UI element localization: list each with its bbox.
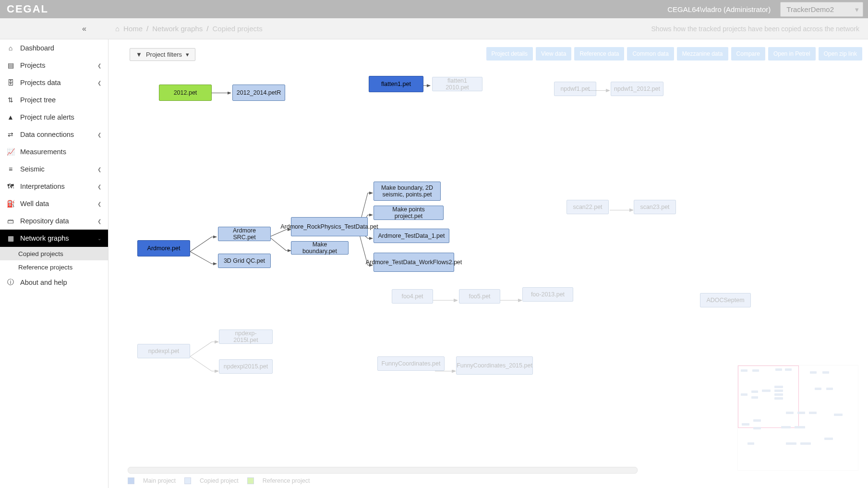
sidebar-item-label: Project tree <box>20 96 56 104</box>
sidebar-item-label: Measurements <box>20 148 66 156</box>
sidebar-item-label: Projects <box>20 61 45 69</box>
mezzanine-data-button[interactable]: Mezzanine data <box>677 47 728 61</box>
breadcrumb-row: « ⌂ Home / Network graphs / Copied proje… <box>0 18 868 39</box>
sidebar-item-projects[interactable]: ▤Projects❮ <box>0 57 108 74</box>
sidebar-item-interpretations[interactable]: 🗺Interpretations❮ <box>0 178 108 195</box>
graph-node[interactable]: Ardmore.pet <box>137 240 190 256</box>
graph-node[interactable]: 3D Grid QC.pet <box>218 254 271 268</box>
sidebar-item-project-tree[interactable]: ⇅Project tree <box>0 91 108 109</box>
chevron-icon: ❮ <box>97 132 101 137</box>
graph-node[interactable]: Make boundary.pet <box>291 241 349 255</box>
minimap-viewport[interactable] <box>738 366 799 428</box>
chevron-icon: ❮ <box>97 219 101 224</box>
sidebar-item-about[interactable]: ⓘAbout and help <box>0 274 108 291</box>
sidebar-item-label: Project rule alerts <box>20 113 74 121</box>
chevron-icon: ❮ <box>97 63 101 68</box>
legend-swatch-ref <box>247 477 254 484</box>
chevron-down-icon: ⌄ <box>97 236 101 241</box>
graph-node[interactable]: foo4.pet <box>392 289 433 304</box>
map-icon: 🗺 <box>7 183 14 190</box>
projects-icon: ▤ <box>7 61 14 69</box>
breadcrumb: ⌂ Home / Network graphs / Copied project… <box>115 24 263 33</box>
open-zip-button[interactable]: Open zip link <box>819 47 862 61</box>
crumb-section[interactable]: Network graphs <box>152 24 203 33</box>
graph-node[interactable]: Ardmore_TestData_1.pet <box>374 229 449 243</box>
workspace-select[interactable]: TrackerDemo2 <box>780 2 863 17</box>
graph-node[interactable]: npdexpl2015.pet <box>219 359 273 374</box>
graph-node[interactable]: foo5.pet <box>459 289 500 304</box>
filter-label: Project filters <box>146 51 182 58</box>
legend-label: Main project <box>143 477 176 484</box>
graph-toolbar: Project details View data Reference data… <box>486 47 862 61</box>
sidebar-sub-copied-projects[interactable]: Copied projects <box>0 247 108 260</box>
project-filters-button[interactable]: ▼ Project filters ▾ <box>130 48 195 61</box>
caret-down-icon: ▾ <box>186 51 189 58</box>
sidebar-item-label: Well data <box>20 200 49 207</box>
crumb-current: Copied projects <box>212 24 262 33</box>
graph-node[interactable]: 2012.pet <box>159 85 212 101</box>
graph-node[interactable]: npdwf1_2012.pet <box>611 82 663 96</box>
graph-node[interactable]: npdexp-2015l.pet <box>219 329 273 344</box>
chevron-icon: ❮ <box>97 184 101 189</box>
project-details-button[interactable]: Project details <box>486 47 533 61</box>
view-data-button[interactable]: View data <box>536 47 571 61</box>
seismic-icon: ≡ <box>7 165 14 173</box>
minimap[interactable] <box>737 365 858 471</box>
sidebar-collapse-button[interactable]: « <box>0 24 96 33</box>
graph-node[interactable]: npdwf1.pet <box>554 82 596 96</box>
graph-node[interactable]: Ardmore_RockPhysics_TestData.pet <box>291 217 368 236</box>
chevron-icon: ❮ <box>97 80 101 85</box>
sidebar-sub-reference-projects[interactable]: Reference projects <box>0 260 108 274</box>
sidebar-item-measurements[interactable]: 📈Measurements <box>0 143 108 160</box>
sidebar-item-label: Projects data <box>20 79 61 86</box>
graph-node[interactable]: FunnyCoordinates_2015.pet <box>456 356 533 375</box>
common-data-button[interactable]: Common data <box>627 47 674 61</box>
sidebar-item-label: Dashboard <box>20 44 54 52</box>
graph-node[interactable]: foo-2013.pet <box>522 287 573 302</box>
chart-icon: 📈 <box>7 148 14 156</box>
open-petrel-button[interactable]: Open in Petrel <box>768 47 816 61</box>
legend-label: Reference project <box>263 477 310 484</box>
graph-node[interactable]: flatten1 2010.pet <box>432 77 482 91</box>
chevron-icon: ❮ <box>97 201 101 207</box>
legend-swatch-copied <box>184 477 191 484</box>
main-area: ▼ Project filters ▾ Project details View… <box>108 39 868 488</box>
brand-logo: CEGAL <box>7 3 48 15</box>
graph-node[interactable]: Ardmore SRC.pet <box>218 227 271 241</box>
sidebar-item-repository-data[interactable]: 🗃Repository data❮ <box>0 212 108 230</box>
graph-icon: ▦ <box>7 234 14 242</box>
sidebar-item-network-graphs[interactable]: ▦Network graphs⌄ <box>0 230 108 247</box>
sidebar-item-rule-alerts[interactable]: ▲Project rule alerts <box>0 109 108 126</box>
tree-icon: ⇅ <box>7 96 14 104</box>
graph-node[interactable]: flatten1.pet <box>369 76 423 92</box>
sidebar-item-label: About and help <box>20 279 67 286</box>
sidebar-item-well-data[interactable]: ⛽Well data❮ <box>0 195 108 212</box>
sidebar-item-dashboard[interactable]: ⌂Dashboard <box>0 39 108 57</box>
sidebar-item-label: Interpretations <box>20 183 65 190</box>
legend-swatch-main <box>128 477 134 484</box>
graph-node[interactable]: FunnyCoordinates.pet <box>377 356 445 371</box>
graph-node[interactable]: Ardmore_TestData_WorkFlows2.pet <box>374 253 454 272</box>
graph-node[interactable]: scan23.pet <box>634 200 676 214</box>
graph-node[interactable]: Make points project.pet <box>374 206 444 220</box>
data-icon: 🗄 <box>7 79 14 86</box>
graph-node[interactable]: ADOCSeptem <box>700 293 751 307</box>
sidebar: ⌂Dashboard ▤Projects❮ 🗄Projects data❮ ⇅P… <box>0 39 108 488</box>
well-icon: ⛽ <box>7 200 14 207</box>
filter-icon: ▼ <box>136 51 142 58</box>
graph-node[interactable]: 2012_2014.petR <box>232 85 285 101</box>
reference-data-button[interactable]: Reference data <box>574 47 624 61</box>
sidebar-item-data-connections[interactable]: ⇄Data connections❮ <box>0 126 108 143</box>
sidebar-item-seismic[interactable]: ≡Seismic❮ <box>0 160 108 178</box>
page-hint: Shows how the tracked projects have been… <box>651 25 859 33</box>
graph-node[interactable]: scan22.pet <box>567 200 609 214</box>
horizontal-scrollbar[interactable] <box>128 467 638 474</box>
crumb-home[interactable]: Home <box>123 24 143 33</box>
graph-node[interactable]: Make boundary, 2D seismic, points.pet <box>374 182 441 201</box>
sidebar-item-projects-data[interactable]: 🗄Projects data❮ <box>0 74 108 91</box>
sidebar-item-label: Seismic <box>20 165 45 173</box>
graph-node[interactable]: npdexpl.pet <box>137 344 190 358</box>
compare-button[interactable]: Compare <box>731 47 765 61</box>
repo-icon: 🗃 <box>7 217 14 225</box>
home-icon: ⌂ <box>115 24 120 33</box>
